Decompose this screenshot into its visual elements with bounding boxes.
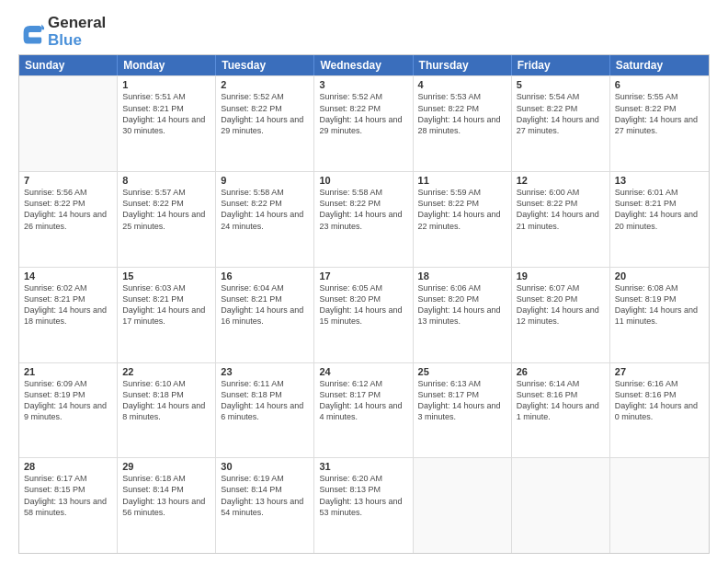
calendar-cell [19, 76, 118, 171]
calendar-day-header: Saturday [610, 55, 709, 75]
day-info: Sunrise: 6:06 AM Sunset: 8:20 PM Dayligh… [418, 282, 506, 327]
day-info: Sunrise: 6:10 AM Sunset: 8:18 PM Dayligh… [122, 378, 210, 423]
day-info: Sunrise: 6:12 AM Sunset: 8:17 PM Dayligh… [319, 378, 407, 423]
day-number: 15 [122, 270, 210, 282]
calendar-cell: 2Sunrise: 5:52 AM Sunset: 8:22 PM Daylig… [216, 76, 314, 171]
calendar-cell: 11Sunrise: 5:59 AM Sunset: 8:22 PM Dayli… [414, 172, 512, 267]
logo-icon [18, 19, 44, 45]
calendar-cell: 18Sunrise: 6:06 AM Sunset: 8:20 PM Dayli… [414, 268, 512, 362]
day-number: 6 [615, 79, 704, 90]
day-info: Sunrise: 5:58 AM Sunset: 8:22 PM Dayligh… [221, 187, 309, 232]
day-number: 5 [517, 79, 605, 90]
day-info: Sunrise: 6:16 AM Sunset: 8:16 PM Dayligh… [615, 378, 704, 423]
calendar-week: 7Sunrise: 5:56 AM Sunset: 8:22 PM Daylig… [19, 171, 709, 267]
calendar-cell: 6Sunrise: 5:55 AM Sunset: 8:22 PM Daylig… [610, 76, 709, 171]
calendar-cell: 19Sunrise: 6:07 AM Sunset: 8:20 PM Dayli… [512, 268, 610, 362]
day-number: 9 [221, 175, 309, 186]
day-info: Sunrise: 6:05 AM Sunset: 8:20 PM Dayligh… [319, 282, 407, 327]
calendar-cell: 31Sunrise: 6:20 AM Sunset: 8:13 PM Dayli… [314, 458, 413, 553]
day-info: Sunrise: 6:18 AM Sunset: 8:14 PM Dayligh… [122, 473, 210, 518]
calendar-day-header: Friday [512, 55, 610, 75]
calendar-day-header: Tuesday [216, 55, 314, 75]
calendar-cell: 5Sunrise: 5:54 AM Sunset: 8:22 PM Daylig… [512, 76, 610, 171]
calendar-day-header: Sunday [19, 55, 118, 75]
day-info: Sunrise: 5:53 AM Sunset: 8:22 PM Dayligh… [418, 91, 506, 136]
day-number: 19 [517, 270, 605, 282]
calendar-cell: 30Sunrise: 6:19 AM Sunset: 8:14 PM Dayli… [216, 458, 314, 553]
day-info: Sunrise: 6:14 AM Sunset: 8:16 PM Dayligh… [517, 378, 605, 423]
calendar-cell: 1Sunrise: 5:51 AM Sunset: 8:21 PM Daylig… [118, 76, 216, 171]
day-info: Sunrise: 5:59 AM Sunset: 8:22 PM Dayligh… [418, 187, 506, 232]
calendar-cell: 28Sunrise: 6:17 AM Sunset: 8:15 PM Dayli… [19, 458, 118, 553]
day-info: Sunrise: 6:02 AM Sunset: 8:21 PM Dayligh… [24, 282, 112, 327]
day-info: Sunrise: 5:57 AM Sunset: 8:22 PM Dayligh… [122, 187, 210, 232]
day-number: 29 [122, 461, 210, 472]
day-info: Sunrise: 6:17 AM Sunset: 8:15 PM Dayligh… [24, 473, 112, 518]
day-info: Sunrise: 5:55 AM Sunset: 8:22 PM Dayligh… [615, 91, 704, 136]
day-number: 1 [122, 79, 210, 90]
calendar-cell: 20Sunrise: 6:08 AM Sunset: 8:19 PM Dayli… [610, 268, 709, 362]
day-number: 3 [319, 79, 407, 90]
day-info: Sunrise: 6:11 AM Sunset: 8:18 PM Dayligh… [221, 378, 309, 423]
day-info: Sunrise: 6:04 AM Sunset: 8:21 PM Dayligh… [221, 282, 309, 327]
day-number: 27 [615, 366, 704, 377]
calendar-cell: 23Sunrise: 6:11 AM Sunset: 8:18 PM Dayli… [216, 363, 314, 458]
calendar-header: SundayMondayTuesdayWednesdayThursdayFrid… [19, 55, 709, 75]
day-number: 12 [517, 175, 605, 186]
day-info: Sunrise: 6:00 AM Sunset: 8:22 PM Dayligh… [517, 187, 605, 232]
calendar-cell: 26Sunrise: 6:14 AM Sunset: 8:16 PM Dayli… [512, 363, 610, 458]
calendar-day-header: Monday [118, 55, 216, 75]
calendar-cell: 16Sunrise: 6:04 AM Sunset: 8:21 PM Dayli… [216, 268, 314, 362]
calendar-day-header: Wednesday [314, 55, 413, 75]
day-info: Sunrise: 6:09 AM Sunset: 8:19 PM Dayligh… [24, 378, 112, 423]
day-number: 20 [615, 270, 704, 282]
logo-text: General Blue [48, 15, 106, 49]
day-number: 13 [615, 175, 704, 186]
day-number: 10 [319, 175, 407, 186]
logo: General Blue [18, 15, 106, 49]
day-info: Sunrise: 6:01 AM Sunset: 8:21 PM Dayligh… [615, 187, 704, 232]
calendar-cell: 4Sunrise: 5:53 AM Sunset: 8:22 PM Daylig… [414, 76, 512, 171]
day-info: Sunrise: 6:08 AM Sunset: 8:19 PM Dayligh… [615, 282, 704, 327]
calendar-week: 1Sunrise: 5:51 AM Sunset: 8:21 PM Daylig… [19, 75, 709, 171]
calendar-day-header: Thursday [414, 55, 512, 75]
calendar-cell: 10Sunrise: 5:58 AM Sunset: 8:22 PM Dayli… [314, 172, 413, 267]
day-info: Sunrise: 5:54 AM Sunset: 8:22 PM Dayligh… [517, 91, 605, 136]
page: General Blue SundayMondayTuesdayWednesda… [0, 0, 728, 563]
calendar-cell [414, 458, 512, 553]
calendar-cell: 17Sunrise: 6:05 AM Sunset: 8:20 PM Dayli… [314, 268, 413, 362]
calendar-cell: 29Sunrise: 6:18 AM Sunset: 8:14 PM Dayli… [118, 458, 216, 553]
day-number: 11 [418, 175, 506, 186]
calendar-cell: 3Sunrise: 5:52 AM Sunset: 8:22 PM Daylig… [314, 76, 413, 171]
day-number: 31 [319, 461, 407, 472]
day-info: Sunrise: 6:19 AM Sunset: 8:14 PM Dayligh… [221, 473, 309, 518]
calendar-cell: 7Sunrise: 5:56 AM Sunset: 8:22 PM Daylig… [19, 172, 118, 267]
header: General Blue [18, 15, 710, 49]
calendar-cell: 22Sunrise: 6:10 AM Sunset: 8:18 PM Dayli… [118, 363, 216, 458]
day-number: 24 [319, 366, 407, 377]
day-info: Sunrise: 6:20 AM Sunset: 8:13 PM Dayligh… [319, 473, 407, 518]
day-number: 26 [517, 366, 605, 377]
day-number: 30 [221, 461, 309, 472]
day-info: Sunrise: 6:07 AM Sunset: 8:20 PM Dayligh… [517, 282, 605, 327]
day-info: Sunrise: 6:03 AM Sunset: 8:21 PM Dayligh… [122, 282, 210, 327]
day-info: Sunrise: 6:13 AM Sunset: 8:17 PM Dayligh… [418, 378, 506, 423]
day-number: 28 [24, 461, 112, 472]
day-info: Sunrise: 5:52 AM Sunset: 8:22 PM Dayligh… [319, 91, 407, 136]
day-number: 2 [221, 79, 309, 90]
day-info: Sunrise: 5:51 AM Sunset: 8:21 PM Dayligh… [122, 91, 210, 136]
day-number: 4 [418, 79, 506, 90]
day-number: 8 [122, 175, 210, 186]
calendar-cell: 15Sunrise: 6:03 AM Sunset: 8:21 PM Dayli… [118, 268, 216, 362]
calendar-cell: 25Sunrise: 6:13 AM Sunset: 8:17 PM Dayli… [414, 363, 512, 458]
day-number: 16 [221, 270, 309, 282]
day-number: 23 [221, 366, 309, 377]
calendar-cell: 21Sunrise: 6:09 AM Sunset: 8:19 PM Dayli… [19, 363, 118, 458]
calendar-body: 1Sunrise: 5:51 AM Sunset: 8:21 PM Daylig… [19, 75, 709, 553]
day-number: 25 [418, 366, 506, 377]
calendar-cell: 27Sunrise: 6:16 AM Sunset: 8:16 PM Dayli… [610, 363, 709, 458]
day-info: Sunrise: 5:52 AM Sunset: 8:22 PM Dayligh… [221, 91, 309, 136]
calendar-week: 14Sunrise: 6:02 AM Sunset: 8:21 PM Dayli… [19, 267, 709, 362]
calendar-cell: 9Sunrise: 5:58 AM Sunset: 8:22 PM Daylig… [216, 172, 314, 267]
day-info: Sunrise: 5:58 AM Sunset: 8:22 PM Dayligh… [319, 187, 407, 232]
